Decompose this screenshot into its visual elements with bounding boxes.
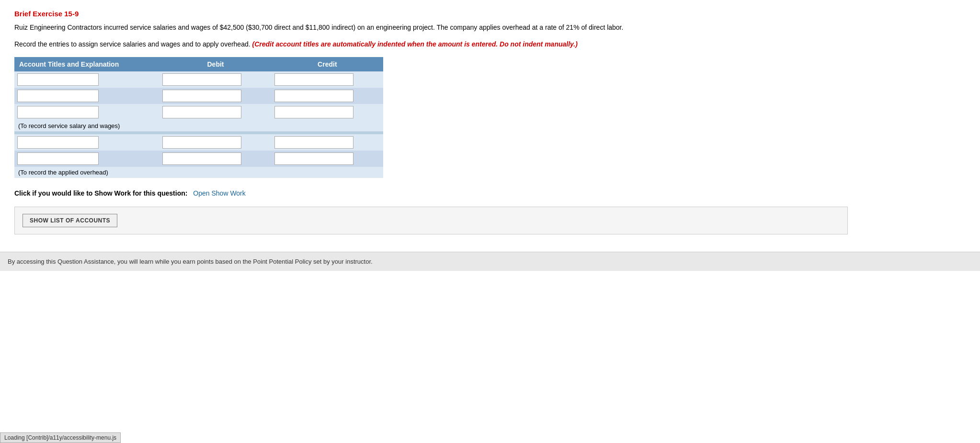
open-show-work-link[interactable]: Open Show Work bbox=[193, 189, 245, 197]
loading-bar: Loading [Contrib]/a11y/accessibility-men… bbox=[0, 432, 121, 443]
account-input-s2r1[interactable] bbox=[17, 136, 99, 149]
debit-input-s2r1[interactable] bbox=[162, 136, 241, 149]
debit-input-s1r2[interactable] bbox=[162, 90, 241, 102]
debit-input-s1r1[interactable] bbox=[162, 73, 241, 86]
credit-input-s2r1[interactable] bbox=[274, 136, 353, 149]
debit-input-s2r2[interactable] bbox=[162, 152, 241, 165]
account-input-s1r1[interactable] bbox=[17, 73, 99, 86]
instruction-prefix: Record the entries to assign service sal… bbox=[14, 40, 251, 48]
account-input-s1r3[interactable] bbox=[17, 106, 99, 118]
col-header-credit: Credit bbox=[272, 57, 383, 71]
footer-section: By accessing this Question Assistance, y… bbox=[0, 252, 980, 271]
col-header-account: Account Titles and Explanation bbox=[14, 57, 160, 71]
table-row bbox=[14, 104, 383, 120]
exercise-instruction: Record the entries to assign service sal… bbox=[14, 39, 848, 49]
credit-input-s1r2[interactable] bbox=[274, 90, 353, 102]
col-header-debit: Debit bbox=[160, 57, 271, 71]
footer-text: By accessing this Question Assistance, y… bbox=[8, 258, 373, 265]
show-accounts-section: SHOW LIST OF ACCOUNTS bbox=[14, 207, 848, 234]
section2-note: (To record the applied overhead) bbox=[14, 167, 383, 178]
instruction-note: (Credit account titles are automatically… bbox=[252, 40, 578, 48]
credit-input-s1r1[interactable] bbox=[274, 73, 353, 86]
exercise-title: Brief Exercise 15-9 bbox=[14, 10, 848, 18]
section1-note: (To record service salary and wages) bbox=[14, 120, 383, 131]
table-row bbox=[14, 88, 383, 104]
account-input-s2r2[interactable] bbox=[17, 152, 99, 165]
show-work-label: Click if you would like to Show Work for… bbox=[14, 189, 187, 197]
section2-note-row: (To record the applied overhead) bbox=[14, 167, 383, 178]
table-row bbox=[14, 134, 383, 151]
loading-text: Loading [Contrib]/a11y/accessibility-men… bbox=[4, 434, 116, 441]
section1-note-row: (To record service salary and wages) bbox=[14, 120, 383, 131]
journal-table: Account Titles and Explanation Debit Cre… bbox=[14, 57, 383, 178]
account-input-s1r2[interactable] bbox=[17, 90, 99, 102]
show-accounts-button[interactable]: SHOW LIST OF ACCOUNTS bbox=[23, 214, 117, 227]
table-row bbox=[14, 151, 383, 167]
table-row bbox=[14, 71, 383, 88]
show-work-section: Click if you would like to Show Work for… bbox=[14, 189, 848, 197]
credit-input-s2r2[interactable] bbox=[274, 152, 353, 165]
credit-input-s1r3[interactable] bbox=[274, 106, 353, 118]
exercise-description: Ruiz Engineering Contractors incurred se… bbox=[14, 23, 848, 33]
debit-input-s1r3[interactable] bbox=[162, 106, 241, 118]
